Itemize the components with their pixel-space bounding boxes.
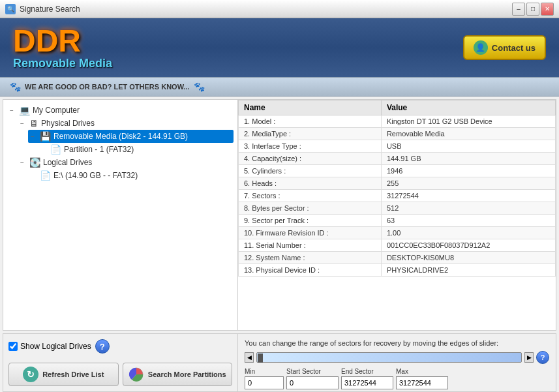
edrv-icon: 📄 (40, 170, 51, 181)
tree-item-partition1-label: Partition - 1 (FAT32) (64, 145, 134, 154)
start-sector-label: Start Sector (286, 368, 339, 375)
table-row: 9. Sector per Track :63 (239, 215, 556, 227)
table-row: 12. System Name :DESKTOP-KIS0MU8 (239, 252, 556, 264)
minimize-button[interactable]: – (512, 3, 525, 16)
close-button[interactable]: ✕ (541, 3, 554, 16)
refresh-drive-list-button[interactable]: ↻ Refresh Drive List (8, 363, 119, 386)
min-input[interactable] (245, 376, 284, 389)
contact-btn-label: Contact us (492, 43, 536, 53)
slider-right-arrow[interactable]: ▶ (524, 352, 534, 363)
refresh-icon: ↻ (23, 367, 38, 382)
prop-value-cell: 144.91 GB (381, 153, 555, 165)
table-row: 11. Serial Number :001CC0EC33B0F08037D91… (239, 239, 556, 252)
partition-icon: 📄 (50, 144, 61, 155)
partitions-btn-label: Search More Partitions (148, 370, 226, 378)
max-group: Max (396, 368, 448, 389)
prop-value-cell: USB (381, 140, 555, 153)
prop-name-cell: 7. Sectors : (239, 190, 382, 202)
prop-value-cell: 63 (381, 215, 555, 227)
physical-drives-icon: 🖥 (29, 118, 38, 128)
prop-name-cell: 12. System Name : (239, 252, 382, 264)
expand-icon: − (10, 107, 16, 114)
prop-value-cell: 1946 (381, 165, 555, 177)
title-bar-left: 🔍 Signature Search (5, 4, 80, 14)
tree-item-physical-label: Physical Drives (41, 119, 95, 128)
contact-button[interactable]: 👤 Contact us (463, 35, 546, 60)
table-row: 8. Bytes per Sector :512 (239, 202, 556, 215)
table-row: 7. Sectors :31272544 (239, 190, 556, 202)
left-panel: − 💻 My Computer − 🖥 Physical Drives − 💾 … (3, 100, 238, 330)
table-row: 13. Physical Device ID :PHYSICALDRIVE2 (239, 264, 556, 277)
tree-item-disk2-label: Removable Media (Disk2 - 144.91 GB) (53, 132, 188, 141)
table-row: 4. Capacity(size) :144.91 GB (239, 153, 556, 165)
main-content: − 💻 My Computer − 🖥 Physical Drives − 💾 … (3, 99, 556, 331)
tree-item-root-label: My Computer (33, 106, 80, 115)
refresh-btn-label: Refresh Drive List (42, 370, 104, 378)
banner: 🐾 WE ARE GOOD OR BAD? LET OTHERS KNOW...… (0, 77, 559, 97)
slider-left-arrow[interactable]: ◀ (245, 352, 254, 363)
prop-name-cell: 2. MediaType : (239, 128, 382, 140)
search-more-partitions-button[interactable]: Search More Partitions (123, 363, 233, 386)
show-logical-checkbox[interactable] (8, 342, 18, 351)
banner-text: WE ARE GOOD OR BAD? LET OTHERS KNOW... (25, 83, 190, 91)
prop-name-cell: 1. Model : (239, 115, 382, 128)
prop-value-cell: 512 (381, 202, 555, 215)
logical-drives-icon: 💽 (29, 157, 40, 168)
show-logical-label[interactable]: Show Logical Drives (8, 342, 91, 351)
banner-content: 🐾 WE ARE GOOD OR BAD? LET OTHERS KNOW...… (10, 82, 205, 92)
tree-item-logical[interactable]: − 💽 Logical Drives (18, 156, 234, 169)
tree-item-root[interactable]: − 💻 My Computer (7, 104, 234, 117)
title-bar: 🔍 Signature Search – □ ✕ (0, 0, 559, 18)
start-sector-input[interactable] (286, 376, 339, 389)
max-input[interactable] (396, 376, 448, 389)
slider-thumb-left[interactable] (258, 354, 263, 363)
max-label: Max (396, 368, 448, 375)
app-title: Signature Search (20, 5, 80, 14)
app-header: DDR Removable Media 👤 Contact us (0, 18, 559, 77)
app-icon: 🔍 (5, 4, 16, 14)
table-row: 3. Interface Type :USB (239, 140, 556, 153)
prop-value-cell: 31272544 (381, 190, 555, 202)
prop-name-cell: 8. Bytes per Sector : (239, 202, 382, 215)
tree-item-logical-label: Logical Drives (43, 158, 92, 167)
tree-item-disk2[interactable]: − 💾 Removable Media (Disk2 - 144.91 GB) (28, 130, 234, 143)
prop-name-cell: 5. Cylinders : (239, 165, 382, 177)
partition-search-icon (128, 367, 144, 382)
prop-name-cell: 4. Capacity(size) : (239, 153, 382, 165)
slider-track[interactable] (256, 352, 522, 363)
table-row: 2. MediaType :Removable Media (239, 128, 556, 140)
prop-name-cell: 11. Serial Number : (239, 239, 382, 252)
slider-help-button[interactable]: ? (536, 351, 549, 364)
tree-item-physical[interactable]: − 🖥 Physical Drives (18, 117, 234, 130)
end-sector-label: End Sector (341, 368, 393, 375)
sector-fields: Min Start Sector End Sector Max (245, 368, 549, 389)
prop-value-cell: Removable Media (381, 128, 555, 140)
slider-row: ◀ ▶ ? (245, 351, 549, 364)
prop-value-cell: 001CC0EC33B0F08037D912A2 (381, 239, 555, 252)
prop-name-cell: 10. Firmware Revision ID : (239, 227, 382, 239)
computer-icon: 💻 (19, 105, 30, 115)
tree-item-edrv[interactable]: 📄 E:\ (14.90 GB - - FAT32) (28, 169, 234, 182)
help-button[interactable]: ? (95, 339, 110, 354)
right-panel: Name Value 1. Model :Kingston DT 101 G2 … (238, 100, 556, 330)
prop-value-cell: PHYSICALDRIVE2 (381, 264, 555, 277)
end-sector-group: End Sector (341, 368, 393, 389)
prop-value-cell: DESKTOP-KIS0MU8 (381, 252, 555, 264)
show-logical-text: Show Logical Drives (20, 342, 91, 351)
prop-name-cell: 13. Physical Device ID : (239, 264, 382, 277)
header-logo: DDR Removable Media (13, 25, 112, 70)
ddr-logo: DDR (13, 25, 81, 57)
min-label: Min (245, 368, 284, 375)
bottom-right-panel: You can change the range of sectors for … (238, 334, 556, 391)
bottom-controls: Show Logical Drives ? ↻ Refresh Drive Li… (3, 333, 556, 392)
table-row: 6. Heads :255 (239, 177, 556, 190)
prop-name-cell: 6. Heads : (239, 177, 382, 190)
col-value-header: Value (381, 100, 555, 115)
prop-name-cell: 3. Interface Type : (239, 140, 382, 153)
banner-icon: 🐾 (10, 82, 21, 92)
maximize-button[interactable]: □ (526, 3, 539, 16)
tree-item-partition1[interactable]: 📄 Partition - 1 (FAT32) (38, 143, 234, 156)
prop-name-cell: 9. Sector per Track : (239, 215, 382, 227)
title-bar-controls: – □ ✕ (512, 3, 554, 16)
end-sector-input[interactable] (341, 376, 393, 389)
